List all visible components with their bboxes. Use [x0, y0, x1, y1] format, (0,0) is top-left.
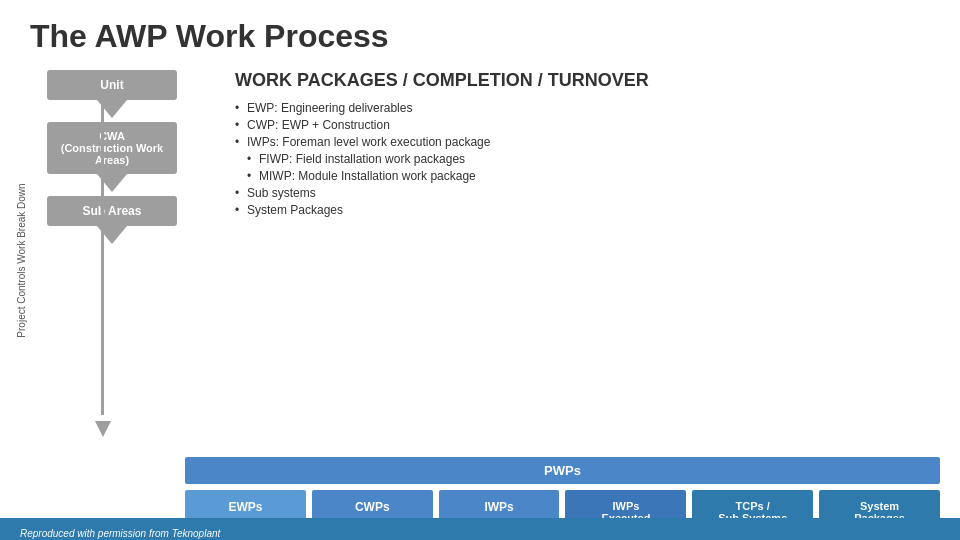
main-content: Project Controls Work Break Down Unit	[0, 65, 960, 455]
footer-text: Reproduced with permission from Teknopla…	[20, 528, 220, 539]
cwa-section: CWA(Construction Work Areas)	[32, 122, 192, 192]
subareas-box: Sub Areas	[47, 196, 177, 226]
bullet-iwps: IWPs: Foreman level work execution packa…	[235, 135, 940, 149]
footer: Reproduced with permission from Teknopla…	[0, 518, 960, 540]
bottom-arrow	[95, 421, 111, 437]
bullet-ewp: EWP: Engineering deliverables	[235, 101, 940, 115]
bullet-list: EWP: Engineering deliverables CWP: EWP +…	[235, 101, 940, 217]
bullet-system-packages: System Packages	[235, 203, 940, 217]
left-column: Project Controls Work Break Down Unit	[10, 65, 205, 455]
bullet-cwp: CWP: EWP + Construction	[235, 118, 940, 132]
page: The AWP Work Process Project Controls Wo…	[0, 0, 960, 540]
left-boxes-col: Unit CWA(Construction Work Areas) Sub Ar…	[32, 65, 192, 455]
section-title: WORK PACKAGES / COMPLETION / TURNOVER	[235, 70, 940, 91]
bullet-miwp: MIWP: Module Installation work package	[235, 169, 940, 183]
unit-section: Unit	[32, 70, 192, 118]
bullet-subsystems: Sub systems	[235, 186, 940, 200]
vertical-label: Project Controls Work Break Down	[16, 183, 27, 337]
cwa-label: CWA(Construction Work Areas)	[61, 130, 163, 166]
unit-box: Unit	[47, 70, 177, 100]
cwa-box: CWA(Construction Work Areas)	[47, 122, 177, 174]
page-title: The AWP Work Process	[0, 0, 960, 65]
subareas-section: Sub Areas	[32, 196, 192, 244]
vertical-connector	[101, 95, 104, 415]
vertical-label-wrapper: Project Controls Work Break Down	[10, 65, 32, 455]
bullet-fiwp: FIWP: Field installation work packages	[235, 152, 940, 166]
right-column: WORK PACKAGES / COMPLETION / TURNOVER EW…	[205, 65, 940, 455]
pwps-bar: PWPs	[185, 457, 940, 484]
